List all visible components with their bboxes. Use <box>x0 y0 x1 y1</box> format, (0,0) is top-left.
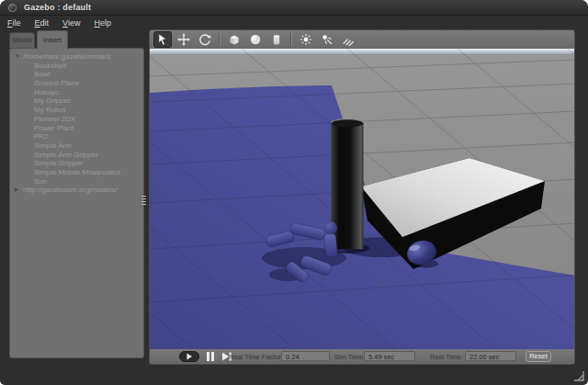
tree-item[interactable]: PR2 <box>10 132 143 142</box>
rotate-tool-button[interactable] <box>196 31 214 48</box>
render-area: Real Time Factor: 0.24 Sim Time: 5.49 se… <box>149 29 575 365</box>
tab-insert[interactable]: Insert <box>37 30 68 50</box>
point-light-tool-button[interactable] <box>297 31 315 48</box>
rtf-label: Real Time Factor: <box>229 353 283 361</box>
tree-item[interactable]: Simple Arm Gripper <box>10 151 143 160</box>
translate-icon <box>177 33 190 46</box>
sphere-icon <box>249 33 262 46</box>
window-title: Gazebo : default <box>24 3 91 12</box>
scene-toolbar <box>150 30 574 49</box>
tree-item[interactable]: Ground Plane <box>10 79 143 88</box>
toolbar-separator <box>219 33 220 46</box>
sky-strip <box>150 49 575 54</box>
tree-item[interactable]: Simple Mobile Mnaipulator <box>10 168 143 177</box>
tree-item[interactable]: Sun <box>10 177 143 187</box>
point-light-icon <box>300 33 312 46</box>
titlebar[interactable]: Gazebo : default <box>0 0 588 16</box>
tree-item[interactable]: Hokuyo <box>10 88 143 97</box>
box-icon <box>228 33 241 46</box>
box-tool-button[interactable] <box>225 31 243 48</box>
real-time-value: 22.00 sec <box>465 351 516 361</box>
tree-item[interactable]: My Robot <box>10 106 143 115</box>
tree-item[interactable]: Pioneer 2DX <box>10 115 143 124</box>
spot-light-tool-button[interactable] <box>318 31 336 48</box>
tree-item[interactable]: Power Plant <box>10 124 143 133</box>
rtf-value: 0.24 <box>281 351 330 361</box>
play-icon <box>186 353 193 360</box>
collapsed-triangle-icon[interactable]: ▶ <box>15 186 19 195</box>
panel-splitter-handle[interactable] <box>141 194 147 208</box>
tree-item[interactable]: Bookshelf <box>10 62 143 71</box>
menu-help[interactable]: Help <box>94 18 111 28</box>
menu-file[interactable]: File <box>7 18 21 28</box>
menubar: File Edit View Help <box>0 16 588 29</box>
simulation-statusbar: Real Time Factor: 0.24 Sim Time: 5.49 se… <box>150 349 574 364</box>
tree-item[interactable]: My Gripper <box>10 96 143 106</box>
menu-edit[interactable]: Edit <box>35 18 50 28</box>
translate-tool-button[interactable] <box>175 31 193 48</box>
directional-light-tool-button[interactable] <box>339 31 357 48</box>
resize-grip-icon[interactable] <box>572 369 585 382</box>
model-tree: ▼/home/hsu/.gazebo/models Bookshelf Bowl… <box>10 52 143 195</box>
cylinder-icon <box>270 33 283 46</box>
tree-root-local[interactable]: ▼/home/hsu/.gazebo/models <box>10 52 143 62</box>
rotate-icon <box>198 33 211 46</box>
expanded-triangle-icon[interactable]: ▼ <box>15 52 20 62</box>
toolbar-separator <box>290 33 292 46</box>
menu-view[interactable]: View <box>62 18 80 28</box>
directional-light-icon <box>342 33 355 46</box>
play-button[interactable] <box>179 351 199 362</box>
sim-time-value: 5.49 sec <box>364 351 415 361</box>
pause-button[interactable] <box>205 352 216 361</box>
gazebo-window: Gazebo : default File Edit View Help Wor… <box>0 0 588 385</box>
tree-root-remote[interactable]: ▶http://gazebosim.org/models/ <box>10 186 143 195</box>
sim-time-label: Sim Time: <box>334 353 365 361</box>
cursor-arrow-icon <box>156 33 169 46</box>
sphere-tool-button[interactable] <box>246 31 265 48</box>
screenshot-canvas: Gazebo : default File Edit View Help Wor… <box>0 0 588 385</box>
tree-item[interactable]: Bowl <box>10 70 143 79</box>
real-time-label: Real Time: <box>430 353 463 361</box>
tree-item[interactable]: Simple Gripper <box>10 159 143 168</box>
reset-button[interactable]: Reset <box>526 351 551 362</box>
tab-world[interactable]: World <box>9 32 35 49</box>
scene-viewport[interactable] <box>150 49 575 351</box>
tree-item[interactable]: Simple Arm <box>10 142 143 151</box>
cylinder-tool-button[interactable] <box>267 31 286 48</box>
insert-model-panel: ▼/home/hsu/.gazebo/models Bookshelf Bowl… <box>9 48 144 358</box>
spot-light-icon <box>321 33 334 46</box>
select-tool-button[interactable] <box>153 31 172 48</box>
window-control-button[interactable] <box>8 4 17 12</box>
